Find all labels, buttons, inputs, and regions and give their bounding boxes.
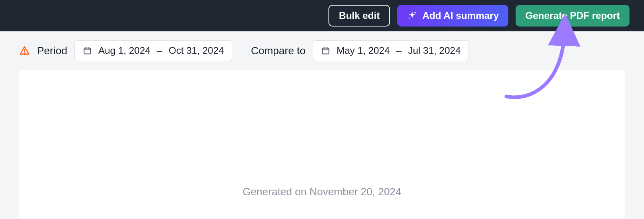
top-toolbar: Bulk edit Add AI summary Generate PDF re… — [0, 0, 644, 31]
calendar-icon — [321, 46, 330, 55]
bulk-edit-label: Bulk edit — [339, 10, 380, 21]
filter-bar: Period Aug 1, 2024 – Oct 31, 2024 Compar… — [0, 31, 644, 70]
report-card: Generated on November 20, 2024 — [19, 70, 625, 219]
period-separator: – — [157, 45, 162, 56]
add-ai-summary-button[interactable]: Add AI summary — [397, 5, 508, 27]
svg-rect-6 — [322, 48, 329, 54]
generate-pdf-button[interactable]: Generate PDF report — [516, 5, 630, 27]
calendar-icon — [83, 46, 92, 55]
period-start: Aug 1, 2024 — [98, 45, 150, 56]
compare-separator: – — [396, 45, 401, 56]
generated-on-text: Generated on November 20, 2024 — [243, 186, 402, 198]
period-date-range[interactable]: Aug 1, 2024 – Oct 31, 2024 — [74, 40, 232, 61]
compare-to-label: Compare to — [251, 45, 305, 57]
svg-point-1 — [24, 52, 25, 53]
content-area: Generated on November 20, 2024 — [0, 70, 644, 219]
warning-icon — [19, 45, 30, 56]
add-ai-summary-label: Add AI summary — [422, 10, 499, 21]
svg-rect-2 — [84, 48, 91, 54]
sparkle-icon — [407, 10, 417, 21]
compare-end: Jul 31, 2024 — [408, 45, 461, 56]
period-label: Period — [37, 45, 67, 57]
period-end: Oct 31, 2024 — [169, 45, 224, 56]
bulk-edit-button[interactable]: Bulk edit — [328, 5, 390, 27]
compare-date-range[interactable]: May 1, 2024 – Jul 31, 2024 — [313, 40, 469, 61]
compare-start: May 1, 2024 — [336, 45, 390, 56]
generate-pdf-label: Generate PDF report — [525, 10, 620, 21]
